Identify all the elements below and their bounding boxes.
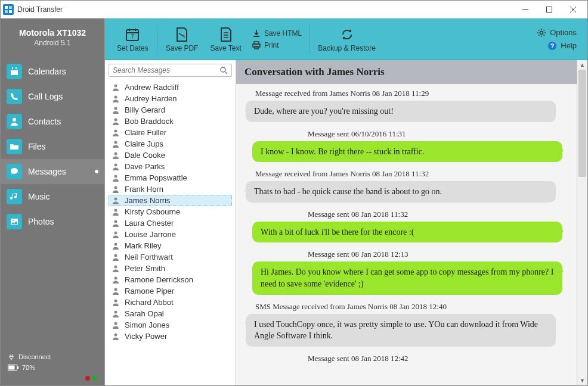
svg-text:7: 7	[131, 33, 135, 40]
contact-item[interactable]: Billy Gerard	[109, 104, 232, 116]
person-icon	[112, 231, 120, 239]
contacts-pane: Andrew RadcliffAudrey HardenBilly Gerard…	[105, 60, 236, 385]
contact-item[interactable]: Laura Chester	[109, 217, 232, 229]
save-pdf-button[interactable]: Save PDF	[160, 18, 205, 60]
person-icon	[112, 321, 120, 329]
contact-item[interactable]: Frank Horn	[109, 183, 232, 195]
chat-scroll[interactable]: Conversation with James Norris Message r…	[236, 60, 577, 385]
sidebar-item-calendars[interactable]: Calendars	[1, 59, 104, 84]
save-html-button[interactable]: Save HTML	[252, 29, 302, 38]
battery-icon	[8, 365, 18, 371]
print-label: Print	[264, 41, 279, 49]
svg-point-40	[114, 129, 117, 132]
contact-item[interactable]: Kirsty Osbourne	[109, 206, 232, 217]
person-icon	[112, 298, 120, 307]
person-icon	[112, 163, 120, 171]
printer-icon	[252, 41, 261, 49]
backup-restore-button[interactable]: Backup & Restore	[312, 18, 382, 60]
help-label: Help	[561, 41, 577, 50]
svg-point-16	[13, 220, 14, 221]
toolbar-divider	[309, 24, 310, 54]
battery-status: 70%	[8, 364, 97, 371]
sidebar-item-label: Call Logs	[28, 92, 63, 101]
contact-item[interactable]: Louise Jarrone	[109, 229, 232, 240]
contacts-list: Andrew RadcliffAudrey HardenBilly Gerard…	[105, 80, 236, 385]
plug-icon	[8, 353, 15, 360]
svg-rect-19	[17, 366, 18, 369]
status-dot-red	[85, 376, 90, 381]
sidebar-item-files[interactable]: Files	[1, 134, 104, 159]
scroll-thumb[interactable]	[578, 70, 586, 177]
contact-item[interactable]: Emma Popswattle	[109, 172, 232, 183]
svg-point-45	[114, 186, 117, 189]
calendar-icon	[7, 64, 22, 79]
save-pdf-label: Save PDF	[166, 44, 199, 52]
contact-item[interactable]: Peter Smith	[109, 263, 232, 274]
contact-item[interactable]: Vicky Power	[109, 331, 232, 342]
contact-item[interactable]: Sarah Opal	[109, 308, 232, 319]
sidebar-item-contacts[interactable]: Contacts	[1, 109, 104, 134]
device-name: Motorola XT1032	[5, 28, 100, 38]
person-icon	[112, 253, 120, 262]
scrollbar[interactable]: ▲ ▼	[577, 60, 587, 385]
message-meta: Message sent 08 Jan 2018 12:13	[236, 245, 577, 262]
svg-rect-18	[9, 366, 15, 370]
sidebar-item-calllogs[interactable]: Call Logs	[1, 84, 104, 109]
disconnect-button[interactable]: Disconnect	[8, 353, 97, 360]
app-icon	[3, 4, 14, 15]
sidebar-item-photos[interactable]: Photos	[1, 209, 104, 234]
sidebar-item-label: Files	[28, 142, 46, 151]
contact-item[interactable]: Richard Abbot	[109, 297, 232, 308]
contact-name: James Norris	[125, 196, 171, 205]
svg-point-36	[114, 84, 117, 87]
scroll-up-icon[interactable]: ▲	[577, 60, 587, 70]
contact-item[interactable]: Audrey Harden	[109, 93, 232, 104]
contact-item[interactable]: Ramone Derrickson	[109, 274, 232, 285]
window-title: Droid Transfer	[17, 5, 513, 14]
contact-item[interactable]: Neil Forthwart	[109, 251, 232, 263]
contact-name: Bob Braddock	[125, 117, 174, 126]
text-file-icon	[218, 26, 234, 43]
svg-point-53	[114, 276, 117, 279]
help-button[interactable]: ? Help	[537, 41, 577, 51]
set-dates-button[interactable]: 7 Set Dates	[111, 18, 154, 60]
contact-name: Peter Smith	[125, 264, 165, 273]
svg-point-13	[13, 118, 16, 122]
message-meta: Message sent 08 Jan 2018 12:42	[236, 349, 577, 366]
contact-item[interactable]: Claire Fuller	[109, 127, 232, 138]
person-icon	[112, 174, 120, 182]
message-received: Thats to bad - be quick cause the band i…	[246, 181, 556, 203]
contact-item[interactable]: Ramone Piper	[109, 285, 232, 297]
message-sent: I know - I know. Be right there -- stuck…	[252, 141, 562, 163]
contact-name: Neil Forthwart	[125, 253, 173, 262]
contact-name: Dave Parks	[125, 162, 165, 171]
search-box[interactable]	[109, 64, 232, 77]
minimize-button[interactable]	[513, 1, 537, 18]
options-button[interactable]: Options	[537, 28, 577, 38]
person-icon	[112, 117, 120, 126]
contact-item[interactable]: Simon Jones	[109, 319, 232, 331]
pdf-icon	[174, 26, 190, 43]
message-sent: With a bit of luck i'll be there for the…	[252, 222, 562, 243]
contact-item[interactable]: Andrew Radcliff	[109, 82, 232, 93]
person-icon	[112, 264, 120, 273]
contact-item[interactable]: James Norris	[109, 195, 232, 206]
contact-name: Billy Gerard	[125, 105, 165, 114]
scroll-down-icon[interactable]: ▼	[577, 376, 587, 385]
help-icon: ?	[547, 41, 557, 51]
contact-item[interactable]: Dave Parks	[109, 161, 232, 172]
contact-item[interactable]: Mark Riley	[109, 240, 232, 251]
contact-item[interactable]: Dale Cooke	[109, 150, 232, 161]
search-input[interactable]	[113, 66, 219, 74]
device-info: Motorola XT1032 Android 5.1	[1, 18, 104, 59]
save-text-button[interactable]: Save Text	[204, 18, 247, 60]
maximize-button[interactable]	[537, 1, 561, 18]
contact-item[interactable]: Bob Braddock	[109, 116, 232, 127]
close-button[interactable]	[561, 1, 585, 18]
person-icon	[112, 83, 120, 92]
sidebar-item-messages[interactable]: Messages	[1, 159, 104, 184]
contact-item[interactable]: Claire Jups	[109, 138, 232, 150]
print-button[interactable]: Print	[252, 41, 302, 49]
sidebar-item-music[interactable]: Music	[1, 184, 104, 209]
download-icon	[252, 29, 261, 38]
